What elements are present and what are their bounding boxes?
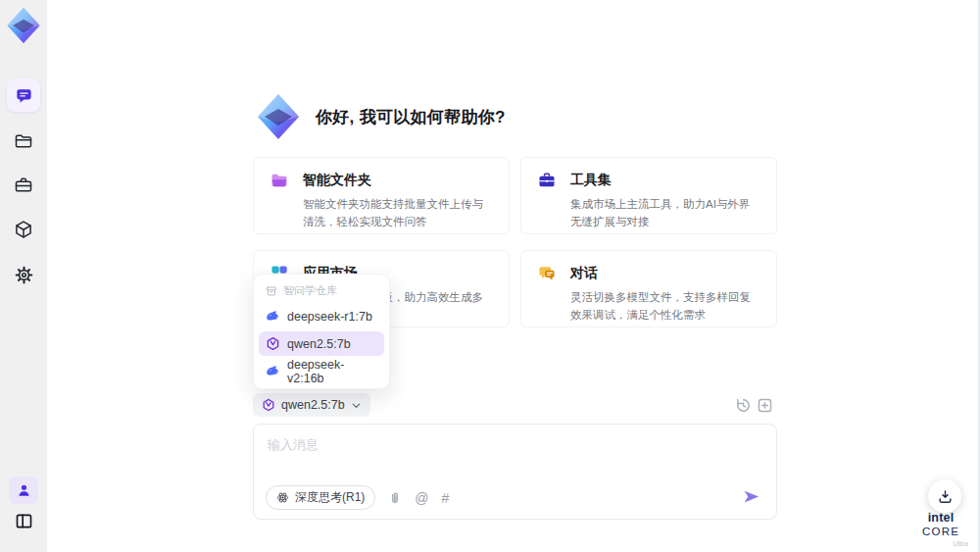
message-input[interactable]	[254, 425, 776, 476]
chevron-down-icon	[351, 400, 362, 411]
model-option-label: qwen2.5:7b	[287, 337, 351, 351]
qwen-icon	[262, 398, 275, 412]
model-option-qwen[interactable]: qwen2.5:7b	[259, 331, 384, 356]
smart-folder-icon	[270, 171, 289, 190]
hash-icon[interactable]: #	[442, 491, 450, 505]
model-option-deepseek-r1[interactable]: deepseek-r1:7b	[259, 304, 384, 328]
card-smart-folder[interactable]: 智能文件夹 智能文件夹功能支持批量文件上传与清洗，轻松实现文件问答	[253, 157, 510, 234]
model-option-label: deepseek-v2:16b	[287, 358, 377, 385]
history-icon[interactable]	[735, 397, 752, 414]
sidebar-item-account[interactable]	[9, 477, 38, 504]
sidebar-item-folders[interactable]	[7, 125, 40, 158]
ultra-logo-text: Ultra	[907, 539, 974, 548]
card-title: 智能文件夹	[303, 172, 371, 189]
mention-icon[interactable]: @	[415, 491, 428, 505]
sidebar	[0, 0, 47, 552]
card-dialogue[interactable]: 对话 灵活切换多模型文件，支持多样回复效果调试，满足个性化需求	[520, 250, 777, 327]
sidebar-item-settings[interactable]	[7, 258, 40, 291]
sidebar-item-collapse[interactable]	[7, 504, 40, 537]
app-logo[interactable]	[5, 7, 42, 44]
card-toolset[interactable]: 工具集 集成市场上主流工具，助力AI与外界无缝扩展与对接	[520, 157, 777, 234]
model-dropdown-header-label: 智问学仓库	[283, 283, 337, 298]
model-selector-label: qwen2.5:7b	[281, 398, 345, 412]
atom-icon	[276, 491, 289, 504]
deep-think-button[interactable]: 深度思考(R1)	[266, 485, 375, 510]
send-icon[interactable]	[742, 487, 761, 507]
qwen-icon	[266, 336, 280, 351]
deepseek-icon	[266, 309, 280, 324]
chat-icon	[15, 86, 33, 105]
model-option-deepseek-v2[interactable]: deepseek-v2:16b	[259, 359, 384, 383]
panel-collapse-icon	[14, 511, 34, 531]
user-icon	[16, 482, 32, 499]
composer-toolbar: 深度思考(R1) @ #	[266, 485, 449, 510]
briefcase-icon	[14, 176, 33, 195]
greeting-title: 你好, 我可以如何帮助你?	[316, 106, 506, 128]
intel-logo-text: intel	[928, 511, 955, 525]
model-option-label: deepseek-r1:7b	[287, 310, 372, 324]
toolset-icon	[537, 171, 557, 190]
repository-icon	[266, 285, 277, 297]
gear-icon	[14, 265, 34, 285]
hero: 你好, 我可以如何帮助你?	[255, 93, 506, 140]
cube-icon	[14, 220, 33, 239]
model-dropdown-header: 智问学仓库	[259, 279, 384, 301]
sidebar-item-chat[interactable]	[7, 78, 40, 112]
deepseek-icon	[266, 364, 280, 378]
core-logo-text: CORE	[922, 526, 959, 537]
folder-icon	[14, 131, 33, 151]
card-desc: 集成市场上主流工具，助力AI与外界无缝扩展与对接	[570, 196, 760, 231]
sidebar-item-toolset[interactable]	[7, 169, 40, 202]
hero-logo-icon	[255, 93, 302, 140]
download-button[interactable]	[928, 479, 961, 513]
sidebar-item-apps[interactable]	[7, 213, 40, 246]
card-desc: 灵活切换多模型文件，支持多样回复效果调试，满足个性化需求	[570, 289, 760, 325]
model-selector-button[interactable]: qwen2.5:7b	[253, 393, 370, 417]
dialogue-icon	[537, 264, 557, 283]
composer: 深度思考(R1) @ #	[253, 424, 777, 520]
model-dropdown: 智问学仓库 deepseek-r1:7b qwen2.5:7b deepseek…	[253, 274, 390, 389]
intel-core-badge: intel CORE Ultra	[907, 511, 974, 548]
attachment-icon[interactable]	[388, 491, 402, 505]
card-title: 工具集	[570, 172, 612, 189]
card-title: 对话	[570, 265, 598, 282]
new-chat-icon[interactable]	[757, 397, 773, 414]
deep-think-label: 深度思考(R1)	[295, 489, 365, 506]
download-icon	[937, 488, 954, 505]
card-desc: 智能文件夹功能支持批量文件上传与清洗，轻松实现文件问答	[303, 196, 493, 231]
